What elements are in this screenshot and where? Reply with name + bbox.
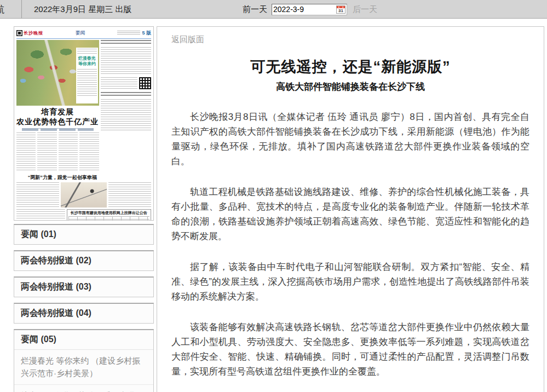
current-section-header[interactable]: 要闻 (05)	[14, 330, 153, 350]
thumbnail-page-number: 5 版	[142, 30, 151, 37]
green-title: 烂漫春光 等你来约	[77, 56, 97, 67]
nav-clipped-text: 航	[0, 3, 4, 15]
article-paragraph-2: 轨道工程机械是铁路基础设施线路建设、维修、养护的综合性机械化施工装备，具有小批量…	[171, 185, 529, 244]
qr-row	[101, 77, 151, 90]
paper-name: 长沙晚报	[24, 30, 43, 36]
paper-logo-icon	[16, 30, 22, 36]
text-column	[16, 182, 59, 207]
thumbnail-headline-block: 培育发展 农业优势特色千亿产业	[16, 106, 99, 172]
sidebar-item-section-03[interactable]: 两会特别报道 (03)	[14, 276, 154, 297]
machine-photo	[61, 182, 107, 207]
thumbnail-bottom-row	[16, 182, 151, 207]
inset-text-lines	[77, 49, 97, 54]
thumbnail-bottom-headline: “两新”力量，跟党一起创享幸福	[16, 174, 108, 181]
prev-day-button[interactable]: 前一天	[243, 4, 267, 15]
article-link-1[interactable]: 烂漫春光 等你来约 （建设乡村振兴示范市·乡村美景）	[14, 350, 153, 385]
next-day-button[interactable]: 后一天	[353, 4, 377, 15]
thumbnail-headline-line1: 培育发展	[16, 107, 99, 117]
text-column	[101, 77, 137, 90]
sidebar-item-section-04[interactable]: 两会特别报道 (04)	[14, 303, 154, 324]
date-input[interactable]	[273, 5, 336, 14]
date-navigation: 前一天 31 后一天	[243, 3, 377, 16]
text-column	[79, 132, 99, 172]
text-column	[16, 132, 36, 172]
text-column	[101, 99, 151, 132]
thumbnail-notice-row: 长沙市国有建设用地使用权网上挂牌出让公告	[16, 209, 151, 221]
article-paragraph-3: 据了解，该装备由中车时代电子和山河智能联合研制。双方紧扣“智能、安全、精准、绿色…	[171, 260, 529, 304]
nav-clipped-label: 航	[0, 3, 12, 15]
right-headline-bars	[101, 92, 151, 97]
calendar-icon-day: 31	[337, 8, 345, 13]
thumbnail-upper-grid: 烂漫春光 等你来约 培育发展 农业优势特色千亿产业	[14, 39, 153, 172]
article-panel: 返回版面 可无线遥控，还是“新能源版” 高铁大部件智能铺换装备在长沙下线 长沙晚…	[157, 26, 544, 392]
sidebar-item-section-01[interactable]: 要闻 (01)	[14, 224, 154, 245]
publish-date-label: 2022年3月9日 星期三 出版	[34, 4, 131, 15]
page-thumbnail[interactable]: 长沙晚报 要闻 5 版 烂漫春光 等你来约	[14, 26, 154, 221]
thumbnail-left-column: 烂漫春光 等你来约 培育发展 农业优势特色千亿产业	[16, 40, 99, 172]
sidebar: 长沙晚报 要闻 5 版 烂漫春光 等你来约	[14, 26, 154, 392]
thumbnail-right-column	[101, 40, 151, 172]
article-paragraph-4: 该装备能够有效解决高速铁路长钢轨、岔芯等道岔大部件更换作业中仍然依赖大量人工和小…	[171, 320, 529, 379]
notice-title: 长沙市国有建设用地使用权网上挂牌出让公告	[68, 210, 149, 216]
photo-inset-column: 烂漫春光 等你来约	[76, 48, 98, 103]
thumbnail-text-columns	[16, 132, 99, 172]
qr-code	[139, 77, 151, 89]
date-input-box[interactable]: 31	[272, 4, 347, 15]
article-body: 长沙晚报3月8日讯（全媒体记者 伍玲 通讯员 廖宁）8日，国内首创、具有完全自主…	[171, 109, 529, 392]
text-column	[16, 209, 65, 221]
text-column	[37, 132, 56, 172]
notice-grid	[68, 216, 149, 221]
thumbnail-headline-line2: 农业优势特色千亿产业	[16, 117, 99, 127]
toolbar-divider	[21, 0, 22, 18]
text-column	[101, 47, 151, 76]
aerial-photo: 烂漫春光 等你来约	[16, 40, 99, 106]
inset-text-lines	[77, 69, 97, 97]
article-title: 可无线遥控，还是“新能源版”	[171, 57, 529, 77]
article-link-2[interactable]: 培育发展农业优势特色千亿产业	[14, 385, 153, 392]
masthead-info-lines	[117, 31, 140, 36]
green-title-line2: 等你来约	[78, 61, 96, 66]
back-to-page-link[interactable]: 返回版面	[171, 34, 204, 45]
text-column	[108, 182, 151, 207]
thumbnail-section-title: 要闻	[43, 30, 117, 37]
thumbnail-masthead: 长沙晚报 要闻 5 版	[14, 27, 153, 37]
sidebar-item-section-02[interactable]: 两会特别报道 (02)	[14, 250, 154, 271]
section-nav-list: 要闻 (01) 两会特别报道 (02) 两会特别报道 (03) 两会特别报道 (…	[14, 224, 154, 392]
article-paragraph-1: 长沙晚报3月8日讯（全媒体记者 伍玲 通讯员 廖宁）8日，国内首创、具有完全自主…	[171, 109, 529, 169]
sidebar-item-section-05: 要闻 (05) 烂漫春光 等你来约 （建设乡村振兴示范市·乡村美景） 培育发展农…	[14, 329, 154, 392]
thumbnail-bottom-section: “两新”力量，跟党一起创享幸福 长沙市国有建设用地使用权网上挂牌出让公告	[14, 172, 153, 221]
right-headline-bars	[101, 40, 151, 45]
calendar-icon[interactable]: 31	[336, 5, 346, 14]
thumbnail-subhead-lines	[22, 128, 94, 131]
notice-table: 长沙市国有建设用地使用权网上挂牌出让公告	[67, 209, 151, 221]
text-column	[59, 132, 78, 172]
article-subtitle: 高铁大部件智能铺换装备在长沙下线	[171, 80, 529, 93]
green-title-line1: 烂漫春光	[78, 56, 96, 61]
top-toolbar: 航 2022年3月9日 星期三 出版 前一天 31 后一天	[0, 0, 547, 19]
